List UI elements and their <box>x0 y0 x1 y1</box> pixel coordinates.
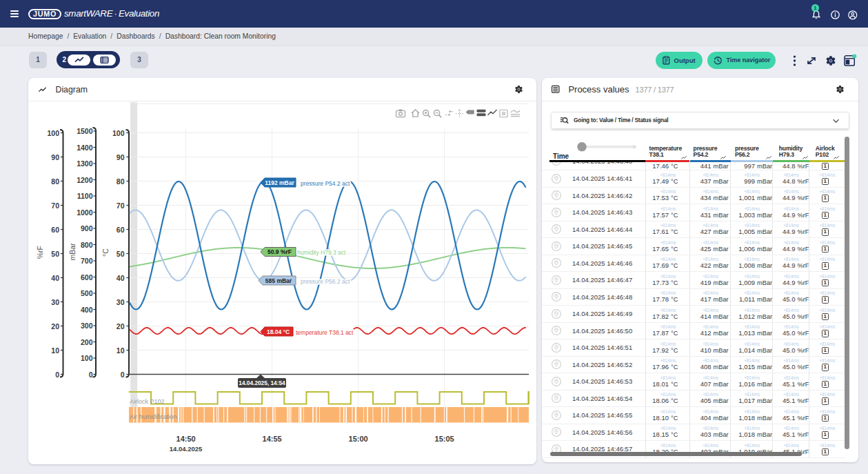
svg-text:10: 10 <box>117 346 125 355</box>
svg-text:70: 70 <box>117 201 125 210</box>
svg-text:14:50: 14:50 <box>176 435 196 443</box>
svg-text:humidity H79.3 act: humidity H79.3 act <box>297 249 346 256</box>
svg-text:800: 800 <box>81 241 93 249</box>
svg-text:pressure P54.2 act: pressure P54.2 act <box>301 180 350 187</box>
svg-text:50: 50 <box>117 250 125 258</box>
svg-text:15:00: 15:00 <box>349 435 368 443</box>
svg-text:585 mBar: 585 mBar <box>265 277 292 284</box>
svg-text:600: 600 <box>81 273 93 282</box>
svg-text:30: 30 <box>117 298 125 306</box>
svg-text:Airlock P102: Airlock P102 <box>130 398 165 405</box>
svg-text:18.04 °C: 18.04 °C <box>267 328 290 335</box>
svg-text:1000: 1000 <box>77 208 93 217</box>
svg-text:Air humidification: Air humidification <box>130 413 177 420</box>
svg-text:10: 10 <box>51 346 59 355</box>
svg-text:1192 mBar: 1192 mBar <box>265 179 294 186</box>
svg-text:40: 40 <box>117 274 125 282</box>
svg-text:60: 60 <box>117 226 125 234</box>
svg-text:pressure P56.2 act: pressure P56.2 act <box>301 278 350 285</box>
svg-text:100: 100 <box>112 129 125 137</box>
svg-text:30: 30 <box>51 298 59 306</box>
svg-text:15:05: 15:05 <box>435 435 454 443</box>
svg-text:900: 900 <box>81 224 93 233</box>
svg-text:100: 100 <box>47 129 59 137</box>
svg-text:40: 40 <box>51 274 59 282</box>
svg-text:20: 20 <box>117 322 125 330</box>
svg-text:1300: 1300 <box>77 159 93 168</box>
svg-text:1200: 1200 <box>77 176 93 184</box>
svg-text:70: 70 <box>51 201 59 210</box>
svg-text:400: 400 <box>81 306 93 314</box>
svg-text:1100: 1100 <box>77 192 93 200</box>
svg-text:0: 0 <box>121 371 125 379</box>
svg-text:%rF: %rF <box>36 246 44 259</box>
svg-text:60: 60 <box>51 226 59 234</box>
svg-text:90: 90 <box>117 153 125 161</box>
svg-text:90: 90 <box>51 153 59 161</box>
svg-text:700: 700 <box>81 257 93 265</box>
svg-text:50: 50 <box>51 250 59 258</box>
svg-text:mBar: mBar <box>68 243 77 261</box>
svg-text:°C: °C <box>101 248 110 257</box>
svg-text:14.04.2025, 14:54: 14.04.2025, 14:54 <box>239 379 285 386</box>
svg-text:80: 80 <box>117 177 125 186</box>
svg-text:temperature T38.1 act: temperature T38.1 act <box>296 329 354 336</box>
svg-text:50.9 %rF: 50.9 %rF <box>268 248 292 255</box>
svg-text:0: 0 <box>55 371 59 379</box>
svg-text:100: 100 <box>81 354 93 362</box>
svg-text:1500: 1500 <box>77 127 93 135</box>
svg-text:0: 0 <box>89 371 93 379</box>
svg-text:14:55: 14:55 <box>263 435 282 443</box>
svg-text:200: 200 <box>81 338 93 346</box>
svg-text:80: 80 <box>51 177 59 186</box>
svg-text:20: 20 <box>51 322 59 330</box>
svg-text:300: 300 <box>81 322 93 330</box>
svg-text:14.04.2025: 14.04.2025 <box>170 445 203 453</box>
svg-text:500: 500 <box>81 289 93 297</box>
svg-text:1400: 1400 <box>77 144 93 152</box>
